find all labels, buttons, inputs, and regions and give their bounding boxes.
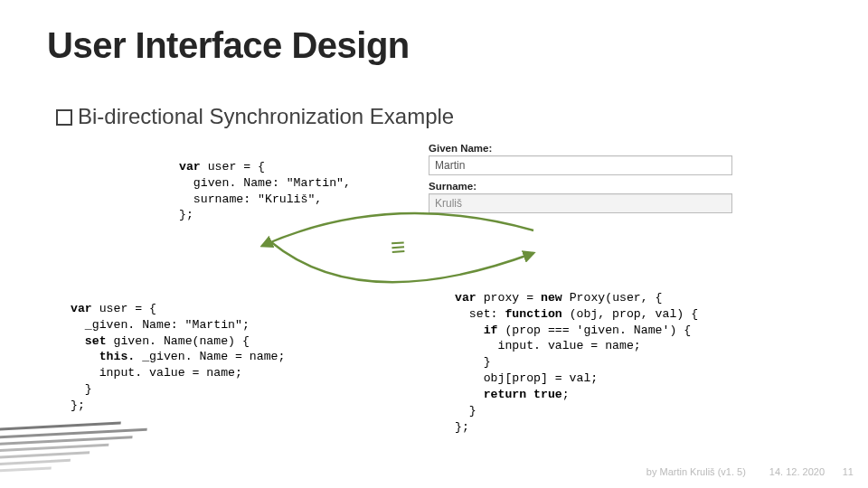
equiv-icon: ≡ bbox=[390, 234, 407, 263]
surname-field[interactable]: Kruliš bbox=[429, 193, 732, 213]
slide-title: User Interface Design bbox=[47, 25, 410, 66]
code-block-setter: var user = { _given. Name: "Martin"; set… bbox=[71, 301, 285, 414]
code-block-proxy: var proxy = new Proxy(user, { set: funct… bbox=[455, 290, 698, 435]
footer-author: by Martin Kruliš (v1. 5) bbox=[646, 466, 746, 477]
footer-date: 14. 12. 2020 bbox=[769, 466, 825, 477]
bullet-text: Bi-directional Synchronization Example bbox=[78, 104, 454, 129]
surname-label: Surname: bbox=[429, 181, 732, 192]
form-preview: Given Name: Martin Surname: Kruliš bbox=[429, 143, 732, 219]
page-number: 11 bbox=[843, 466, 854, 477]
bullet-row: Bi-directional Synchronization Example bbox=[56, 104, 454, 129]
bullet-square-icon bbox=[56, 109, 72, 126]
corner-decoration bbox=[0, 416, 149, 479]
code-block-var-user: var user = { given. Name: "Martin", surn… bbox=[179, 159, 351, 223]
given-name-label: Given Name: bbox=[429, 143, 732, 154]
given-name-field[interactable]: Martin bbox=[429, 155, 732, 175]
footer: by Martin Kruliš (v1. 5) 14. 12. 2020 bbox=[646, 466, 825, 477]
